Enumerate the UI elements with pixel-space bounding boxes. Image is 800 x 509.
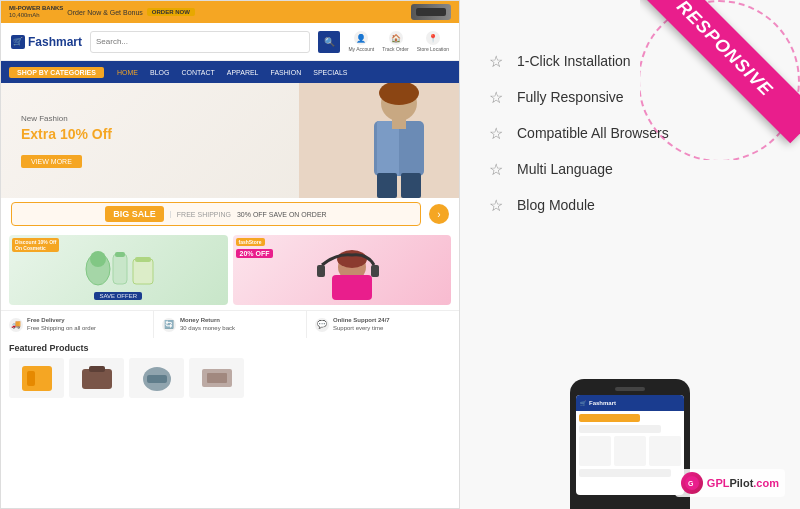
- banner-strip: BIG SALE FREE SHIPPING 30% OFF SAVE ON O…: [1, 198, 459, 230]
- phone-cell-3: [649, 436, 681, 466]
- gpl-logo: G: [681, 472, 703, 494]
- phone-logo: Fashmart: [589, 400, 616, 406]
- phone-cell-1: [579, 436, 611, 466]
- website-preview: MI-POWER BANKS 10,400mAh Order Now & Get…: [0, 0, 460, 509]
- svg-text:G: G: [688, 480, 694, 487]
- hero-model-area: [299, 83, 459, 198]
- mini-product-2: [69, 358, 124, 398]
- cart-icon: 📍: [426, 31, 440, 45]
- feature-support: 💬 Online Support 24/7 Support every time: [307, 311, 459, 338]
- category-btn[interactable]: SHOP BY CATEGORIES: [9, 67, 104, 78]
- svg-point-9: [90, 251, 106, 267]
- product-grid: Discount 10% OffOn Cosmetic SAVE OFFER f…: [1, 230, 459, 310]
- browsers-icon: ☆: [485, 122, 507, 144]
- header-icons: 👤 My Account 🏠 Track Order 📍 Store Locat…: [348, 31, 449, 52]
- products-row: [9, 358, 451, 398]
- home-label: Track Order: [382, 46, 408, 52]
- phone-cell-2: [614, 436, 646, 466]
- responsive-icon: ☆: [485, 86, 507, 108]
- feature-language-label: Multi Language: [517, 161, 613, 177]
- phone-speaker: [615, 387, 645, 391]
- search-button[interactable]: 🔍: [318, 31, 340, 53]
- product-card-cosmetics: Discount 10% OffOn Cosmetic SAVE OFFER: [9, 235, 228, 305]
- nav-specials[interactable]: SPECIALS: [308, 67, 352, 78]
- big-sale-badge: BIG SALE: [105, 206, 164, 222]
- svg-rect-16: [332, 275, 372, 300]
- delivery-icon: 🚚: [9, 318, 23, 332]
- view-more-btn[interactable]: VIEW MORE: [21, 155, 82, 168]
- mini-product-4-img: [197, 361, 237, 396]
- gpl-watermark: G GPLPilot.com: [675, 469, 785, 497]
- feature-responsive-label: Fully Responsive: [517, 89, 624, 105]
- nav-apparel[interactable]: APPAREL: [222, 67, 264, 78]
- svg-rect-12: [133, 259, 153, 284]
- main-container: MI-POWER BANKS 10,400mAh Order Now & Get…: [0, 0, 800, 509]
- phone-screen-header: 🛒 Fashmart: [576, 395, 684, 411]
- capacity: 10,400mAh: [9, 12, 63, 19]
- cosmetics-svg: [78, 239, 158, 289]
- features-bar: 🚚 Free Delivery Free Shipping on all ord…: [1, 310, 459, 338]
- svg-rect-6: [401, 173, 421, 198]
- cosmetics-image-area: [78, 239, 158, 289]
- powerbank-image: [411, 4, 451, 20]
- big-sale-text: BIG SALE: [113, 209, 156, 219]
- svg-rect-18: [371, 265, 379, 277]
- svg-rect-20: [27, 371, 35, 386]
- order-now-btn[interactable]: ORDER NOW: [147, 8, 195, 16]
- feature-1click-label: 1-Click Installation: [517, 53, 631, 69]
- location-label: Store Location: [417, 46, 449, 52]
- svg-rect-17: [317, 265, 325, 277]
- hero-section: New Fashion Extra 10% Off VIEW MORE: [1, 83, 459, 198]
- hero-title: Extra 10% Off: [21, 126, 112, 142]
- top-banner: MI-POWER BANKS 10,400mAh Order Now & Get…: [1, 1, 459, 23]
- svg-rect-26: [207, 373, 227, 383]
- phone-content-grid: [579, 436, 681, 466]
- responsive-ribbon: RESPONSIVE: [640, 0, 800, 143]
- save-offer-btn[interactable]: SAVE OFFER: [94, 292, 142, 300]
- svg-rect-13: [135, 257, 151, 262]
- top-banner-left: MI-POWER BANKS 10,400mAh Order Now & Get…: [9, 5, 195, 18]
- mini-product-3-img: [137, 361, 177, 396]
- blog-icon: ☆: [485, 194, 507, 216]
- ribbon-container: RESPONSIVE: [640, 0, 800, 160]
- phone-outer: 🛒 Fashmart: [570, 379, 690, 509]
- mini-product-1: [9, 358, 64, 398]
- nav-home[interactable]: HOME: [112, 67, 143, 78]
- installation-icon: ☆: [485, 50, 507, 72]
- top-banner-right: [411, 4, 451, 20]
- cart-icon-item[interactable]: 📍 Store Location: [417, 31, 449, 52]
- right-panel: RESPONSIVE ☆ 1-Click Installation ☆ Full…: [460, 0, 800, 509]
- account-label: My Account: [348, 46, 374, 52]
- svg-rect-4: [377, 121, 399, 176]
- search-input[interactable]: [90, 31, 310, 53]
- hero-subtitle: New Fashion: [21, 114, 112, 123]
- account-icon: 👤: [354, 31, 368, 45]
- svg-point-15: [337, 250, 367, 268]
- svg-rect-10: [113, 254, 127, 284]
- svg-rect-22: [89, 366, 105, 372]
- feature-item-language: ☆ Multi Language: [485, 158, 775, 180]
- account-icon-item[interactable]: 👤 My Account: [348, 31, 374, 52]
- free-ship-text: FREE SHIPPING: [170, 211, 231, 218]
- feature-delivery-text: Free Delivery Free Shipping on all order: [27, 317, 96, 333]
- home-icon-item[interactable]: 🏠 Track Order: [382, 31, 408, 52]
- svg-rect-11: [115, 252, 125, 257]
- nav-blog[interactable]: BLOG: [145, 67, 174, 78]
- mini-product-4: [189, 358, 244, 398]
- banner-next-btn[interactable]: ›: [429, 204, 449, 224]
- support-icon: 💬: [315, 318, 329, 332]
- phone-screen: 🛒 Fashmart: [576, 395, 684, 495]
- tagline: Order Now & Get Bonus: [67, 9, 142, 16]
- feature-delivery: 🚚 Free Delivery Free Shipping on all ord…: [1, 311, 154, 338]
- feature-return-text: Money Return 30 days money back: [180, 317, 235, 333]
- phone-screen-content: [576, 411, 684, 480]
- svg-rect-5: [377, 173, 397, 198]
- nav-fashion[interactable]: FASHION: [266, 67, 307, 78]
- svg-rect-24: [147, 375, 167, 383]
- pilot-text: Pilot: [729, 477, 753, 489]
- feature-blog-label: Blog Module: [517, 197, 595, 213]
- nav-bar: SHOP BY CATEGORIES HOME BLOG CONTACT APP…: [1, 61, 459, 83]
- language-icon: ☆: [485, 158, 507, 180]
- nav-contact[interactable]: CONTACT: [176, 67, 219, 78]
- svg-rect-19: [22, 366, 52, 391]
